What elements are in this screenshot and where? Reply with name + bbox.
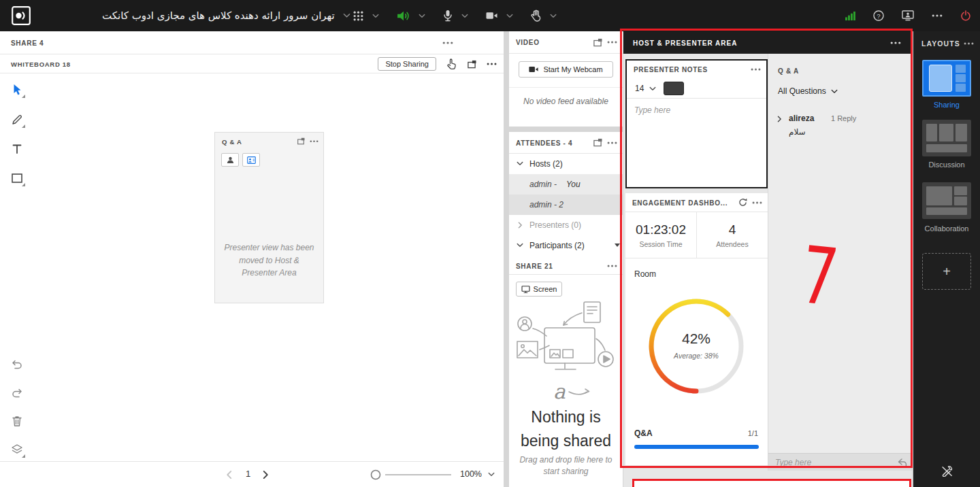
refresh-icon[interactable] (738, 198, 747, 207)
pod-expand-icon[interactable] (297, 137, 305, 145)
layouts-title: LAYOUTS (921, 39, 960, 48)
presenter-view-button[interactable] (242, 153, 260, 167)
pod-expand-icon[interactable] (593, 138, 602, 147)
connection-status-icon[interactable] (845, 12, 855, 20)
notes-toolbar: 14 (627, 78, 766, 99)
pod-expand-icon[interactable] (467, 60, 476, 69)
qa-input-bar (768, 453, 912, 471)
overflow-menu-icon[interactable] (751, 68, 761, 71)
engagement-dashboard-pod: ENGAGEMENT DASHBO... 01:23:02 Session Ti… (625, 193, 768, 465)
chevron-down-icon[interactable] (343, 13, 350, 18)
scroll-down-icon[interactable] (615, 244, 620, 247)
question-item[interactable]: alireza 1 Reply سلام (768, 111, 912, 142)
chevron-down-icon (831, 89, 838, 94)
shape-tool[interactable] (9, 170, 25, 186)
whiteboard-bottom-bar: 1 100% (0, 461, 504, 487)
layers-icon[interactable] (9, 441, 25, 458)
font-size-select[interactable]: 14 (635, 84, 644, 93)
layout-label-sharing: Sharing (913, 101, 980, 109)
speaker-icon[interactable] (397, 10, 410, 22)
help-icon[interactable] (873, 10, 884, 21)
sharing-illustration: a (516, 301, 617, 404)
engagement-percent: 42% (645, 331, 747, 347)
apps-grid-icon[interactable] (353, 11, 363, 21)
chevron-down-icon[interactable] (372, 14, 379, 18)
pod-title: Q & A (778, 67, 799, 75)
zoom-slider-track[interactable] (385, 474, 451, 475)
next-page-icon[interactable] (263, 470, 269, 480)
tools-wrench-icon[interactable] (941, 465, 953, 477)
pod-title: ENGAGEMENT DASHBO... (632, 199, 728, 207)
av-controls (353, 0, 574, 31)
delete-icon[interactable] (9, 413, 25, 429)
pencil-tool[interactable] (9, 112, 25, 128)
group-label: Participants (2) (529, 241, 585, 250)
participant-view-button[interactable] (221, 153, 239, 167)
add-layout-button[interactable]: + (922, 253, 971, 290)
status-controls (845, 0, 971, 31)
screen-share-icon[interactable] (902, 10, 914, 21)
share21-pod: SHARE 21 Screen a Nothing is being share… (509, 257, 623, 487)
pod-expand-icon[interactable] (593, 38, 602, 47)
text-tool[interactable] (9, 141, 25, 157)
reply-icon[interactable] (898, 458, 907, 467)
overflow-menu-icon[interactable] (890, 41, 901, 44)
overflow-menu-icon[interactable] (607, 141, 617, 144)
qa-input[interactable] (771, 454, 888, 470)
layout-collaboration[interactable] (922, 182, 971, 219)
overflow-menu-icon[interactable] (487, 63, 497, 65)
reply-count: 1 Reply (831, 114, 856, 122)
chevron-down-icon[interactable] (488, 472, 495, 477)
overflow-menu-icon[interactable] (607, 41, 617, 44)
layout-thumbnail (956, 124, 967, 141)
stop-sharing-button[interactable]: Stop Sharing (378, 57, 436, 71)
attendees-stat: 4 Attendees (697, 212, 768, 258)
power-icon[interactable] (960, 10, 971, 21)
redo-icon[interactable] (9, 385, 25, 401)
attendee-group-hosts[interactable]: Hosts (2) (509, 154, 623, 174)
chevron-down-icon[interactable] (419, 14, 425, 18)
previous-page-icon[interactable] (226, 470, 232, 480)
pod-title: Q & A (222, 138, 242, 146)
qa-metric-ratio: 1/1 (748, 429, 758, 437)
monitor-icon (521, 286, 530, 293)
adobe-connect-logo-icon (12, 6, 31, 25)
start-webcam-button[interactable]: Start My Webcam (519, 61, 613, 78)
plus-icon: + (943, 264, 951, 280)
raise-hand-icon[interactable] (531, 10, 541, 22)
select-tool[interactable] (9, 82, 25, 98)
overflow-menu-icon[interactable] (442, 41, 453, 44)
attendees-label: Attendees (716, 240, 748, 248)
webcam-icon[interactable] (486, 12, 497, 20)
font-color-swatch[interactable] (664, 82, 684, 95)
host-presenter-area: HOST & PRESENTER AREA PRESENTER NOTES 14… (623, 31, 912, 487)
attendee-group-presenters[interactable]: Presenters (0) (509, 215, 623, 235)
chevron-down-icon[interactable] (550, 14, 557, 18)
overflow-menu-icon[interactable] (310, 140, 318, 143)
chevron-down-icon[interactable] (506, 14, 513, 18)
attendee-row[interactable]: admin -You (509, 174, 623, 195)
attendee-row[interactable]: admin - 2 (509, 195, 623, 215)
overflow-menu-icon[interactable] (607, 265, 617, 267)
qa-metric-label: Q&A (634, 429, 653, 438)
undo-icon[interactable] (9, 356, 25, 373)
overflow-menu-icon[interactable] (752, 201, 762, 204)
chevron-down-icon[interactable] (461, 14, 468, 18)
zoom-slider-handle[interactable] (370, 469, 381, 480)
qa-filter-select[interactable]: All Questions (778, 86, 838, 96)
group-label: Hosts (2) (529, 159, 563, 169)
overflow-menu-icon[interactable] (964, 42, 974, 45)
attendee-group-participants[interactable]: Participants (2) (509, 235, 623, 256)
pod-title: VIDEO (516, 39, 540, 46)
room-title-menu[interactable]: تهران سرور ارائه دهنده کلاس های مجازی اد… (102, 0, 350, 31)
chevron-right-icon (777, 116, 782, 122)
room-label: Room (634, 269, 656, 279)
share-screen-button[interactable]: Screen (516, 282, 562, 297)
notes-input[interactable] (628, 100, 765, 185)
layout-discussion[interactable] (922, 120, 971, 156)
overflow-menu-icon[interactable] (932, 14, 943, 17)
microphone-icon[interactable] (443, 10, 453, 22)
chevron-down-icon[interactable] (649, 86, 656, 91)
draw-pointer-icon[interactable] (446, 58, 457, 70)
layout-sharing[interactable] (922, 60, 971, 97)
